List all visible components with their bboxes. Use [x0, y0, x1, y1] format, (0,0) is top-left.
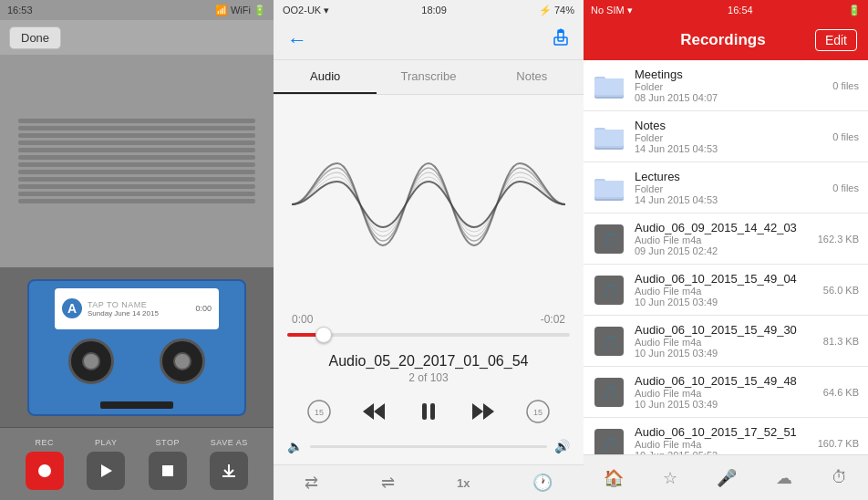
- recording-date: 14 Jun 2015 04:53: [635, 143, 823, 154]
- clock-icon[interactable]: ⏱: [832, 468, 848, 487]
- save-as-button[interactable]: SAVE AS: [210, 438, 248, 490]
- recorder-status-bar: 16:53 📶 WiFi 🔋: [0, 0, 274, 20]
- volume-low-icon: 🔈: [287, 439, 303, 453]
- svg-text:15: 15: [315, 408, 324, 417]
- tab-audio[interactable]: Audio: [274, 60, 377, 94]
- waveform: [292, 159, 565, 250]
- recordings-list: Meetings Folder 08 Jun 2015 04:07 0 file…: [584, 60, 868, 454]
- recorder-status-time: 16:53: [7, 5, 33, 16]
- recording-date: 08 Jun 2015 04:07: [635, 92, 823, 103]
- rewind-button[interactable]: [357, 395, 390, 428]
- svg-marker-1: [101, 464, 112, 477]
- cassette[interactable]: A TAP TO NAME Sunday June 14 2015 0:00: [27, 279, 246, 416]
- recording-date: 10 Jun 2015 03:49: [635, 399, 814, 410]
- play-label: PLAY: [95, 438, 117, 447]
- rec-icon: [26, 452, 64, 490]
- waveform-area: [274, 95, 584, 313]
- cassette-tap-label: TAP TO NAME: [88, 300, 190, 309]
- grille-line: [18, 133, 255, 138]
- list-item[interactable]: Meetings Folder 08 Jun 2015 04:07 0 file…: [584, 60, 868, 111]
- recording-info: Audio_06_10_2015_15_49_30 Audio File m4a…: [635, 323, 814, 359]
- volume-track[interactable]: [310, 445, 547, 448]
- list-item[interactable]: 🎵 Audio_06_10_2015_15_49_48 Audio File m…: [584, 367, 868, 418]
- recording-info: Audio_06_09_2015_14_42_03 Audio File m4a…: [635, 221, 809, 256]
- svg-rect-2: [162, 465, 173, 476]
- player-tabs: Audio Transcribe Notes: [274, 60, 584, 95]
- save-label: SAVE AS: [211, 438, 248, 447]
- play-button[interactable]: PLAY: [87, 438, 125, 490]
- cloud-icon[interactable]: ☁: [776, 468, 792, 488]
- done-button[interactable]: Done: [9, 26, 61, 49]
- tab-notes[interactable]: Notes: [480, 60, 584, 94]
- fast-forward-button[interactable]: [467, 395, 500, 428]
- grille-line: [18, 177, 255, 182]
- recording-name: Meetings: [635, 68, 823, 81]
- history-icon[interactable]: 🕐: [532, 473, 553, 493]
- grille-line: [18, 192, 255, 196]
- recording-info: Audio_06_10_2015_15_49_48 Audio File m4a…: [635, 374, 814, 410]
- svg-rect-25: [594, 130, 624, 146]
- list-item[interactable]: 🎵 Audio_06_10_2015_17_52_51 Audio File m…: [584, 418, 868, 454]
- skip-back-15-button[interactable]: 15: [303, 395, 336, 428]
- play-icon: [87, 452, 125, 490]
- time-start: 0:00: [292, 313, 313, 326]
- recording-name: Audio_06_09_2015_14_42_03: [635, 221, 809, 234]
- star-icon[interactable]: ☆: [663, 468, 677, 488]
- share-button[interactable]: [552, 28, 570, 51]
- grille-line: [18, 155, 255, 160]
- grille-line: [18, 170, 255, 174]
- back-button[interactable]: ←: [287, 28, 307, 52]
- repeat-icon[interactable]: ⇄: [305, 473, 318, 493]
- list-item[interactable]: 🎵 Audio_06_09_2015_14_42_03 Audio File m…: [584, 214, 868, 265]
- recording-info: Meetings Folder 08 Jun 2015 04:07: [635, 68, 823, 103]
- recording-name: Lectures: [635, 170, 823, 183]
- shuffle-icon[interactable]: ⇌: [381, 473, 395, 493]
- list-item[interactable]: 🎵 Audio_06_10_2015_15_49_04 Audio File m…: [584, 265, 868, 316]
- recording-size: 64.6 KB: [823, 387, 859, 398]
- recording-size: 0 files: [832, 182, 859, 193]
- recording-type: Audio File m4a: [635, 337, 814, 348]
- recording-type: Folder: [635, 183, 823, 194]
- recordings-status-icons: 🔋: [848, 5, 861, 16]
- edit-button[interactable]: Edit: [815, 29, 857, 51]
- pause-button[interactable]: [412, 395, 445, 428]
- folder-icon: [593, 120, 625, 153]
- time-end: -0:02: [541, 313, 565, 326]
- home-icon[interactable]: 🏠: [604, 468, 624, 488]
- recorder-status-icons: 📶 WiFi 🔋: [215, 5, 266, 16]
- cassette-bottom: [29, 401, 244, 409]
- audio-file-icon: 🎵: [593, 427, 625, 455]
- reel-right: [160, 339, 205, 384]
- skip-forward-15-button[interactable]: 15: [522, 395, 554, 428]
- cassette-area: A TAP TO NAME Sunday June 14 2015 0:00: [0, 267, 274, 427]
- track-count: 2 of 103: [274, 371, 584, 395]
- stop-label: STOP: [156, 438, 180, 447]
- speed-icon[interactable]: 1x: [457, 476, 470, 490]
- progress-bar-area[interactable]: [274, 333, 584, 346]
- recording-name: Audio_06_10_2015_15_49_30: [635, 323, 814, 337]
- microphone-icon[interactable]: 🎤: [717, 468, 737, 488]
- grille-line: [18, 119, 255, 123]
- recording-info: Audio_06_10_2015_17_52_51 Audio File m4a…: [635, 425, 809, 454]
- player-status-carrier: OO2-UK ▾: [283, 5, 329, 16]
- recording-type: Audio File m4a: [635, 234, 809, 245]
- tab-transcribe[interactable]: Transcribe: [377, 60, 480, 94]
- rec-button[interactable]: REC: [26, 438, 64, 490]
- progress-track[interactable]: [287, 333, 570, 337]
- svg-rect-4: [222, 475, 235, 477]
- recordings-panel: No SIM ▾ 16:54 🔋 Recordings Edit Meeting…: [584, 0, 868, 500]
- recording-size: 162.3 KB: [818, 234, 859, 245]
- recordings-time: 16:54: [728, 5, 753, 16]
- player-bottom-bar: ⇄ ⇌ 1x 🕐: [274, 464, 584, 500]
- stop-button[interactable]: STOP: [149, 438, 187, 490]
- grille-line: [18, 184, 255, 189]
- list-item[interactable]: Notes Folder 14 Jun 2015 04:53 0 files: [584, 111, 868, 162]
- svg-marker-10: [374, 403, 385, 420]
- list-item[interactable]: 🎵 Audio_06_10_2015_15_49_30 Audio File m…: [584, 316, 868, 367]
- recording-info: Audio_06_10_2015_15_49_04 Audio File m4a…: [635, 272, 814, 307]
- recording-name: Audio_06_10_2015_15_49_04: [635, 272, 814, 286]
- audio-file-icon: 🎵: [593, 376, 625, 409]
- list-item[interactable]: Lectures Folder 14 Jun 2015 04:53 0 file…: [584, 162, 868, 214]
- volume-row: 🔈 🔊: [274, 439, 584, 464]
- progress-thumb[interactable]: [315, 327, 332, 343]
